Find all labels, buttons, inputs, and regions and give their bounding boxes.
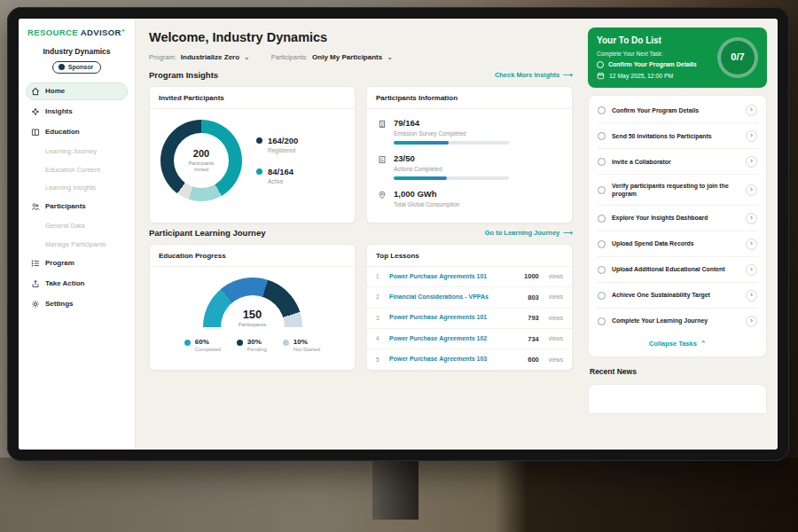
todo-tasks-card: Confirm Your Program Details › Send 50 I… xyxy=(588,95,767,357)
monitor-stand xyxy=(372,458,419,520)
legend-value: 84/164 xyxy=(268,167,293,177)
lesson-rank: 2 xyxy=(376,293,382,301)
task-label: Upload Additional Educational Content xyxy=(612,265,739,273)
gauge-center-label: Participants xyxy=(203,322,302,329)
app-logo: RESOURCE ADVISOR+ xyxy=(26,27,128,38)
check-more-insights-link[interactable]: Check More Insights ⟶ xyxy=(495,71,573,79)
task-row-verify-participants[interactable]: Verify participants requesting to join t… xyxy=(597,175,758,206)
stat-actions-completed: 23/50 Actions Completed xyxy=(378,153,561,180)
lesson-title-link[interactable]: Power Purchase Agreements 103 xyxy=(389,356,520,364)
legend-value: 30% xyxy=(247,338,267,347)
sidebar-item-education-content[interactable]: Education Content xyxy=(26,162,128,177)
task-row-complete-learning-journey[interactable]: Complete Your Learning Journey › xyxy=(597,309,758,333)
task-checkbox[interactable] xyxy=(598,317,606,325)
program-filter-dropdown[interactable]: Program: Industrialize Zero ⌄ xyxy=(149,53,250,62)
next-task-row[interactable]: Confirm Your Program Details xyxy=(597,61,697,69)
go-to-learning-journey-link[interactable]: Go to Learning Journey ⟶ xyxy=(485,229,573,237)
task-row-upload-educational-content[interactable]: Upload Additional Educational Content › xyxy=(597,257,758,283)
lesson-title-link[interactable]: Power Purchase Agreements 102 xyxy=(389,335,520,343)
task-row-achieve-target[interactable]: Achieve One Sustainability Target › xyxy=(597,283,758,309)
link-label: Check More Insights xyxy=(495,71,559,79)
chevron-right-icon[interactable]: › xyxy=(746,239,757,250)
chevron-right-icon[interactable]: › xyxy=(746,105,757,116)
next-task-label: Confirm Your Program Details xyxy=(608,61,697,69)
lesson-row: 5 Power Purchase Agreements 103 600 view… xyxy=(367,349,572,369)
lesson-title-link[interactable]: Power Purchase Agreements 101 xyxy=(389,314,520,322)
lesson-title-link[interactable]: Power Purchase Agreements 101 xyxy=(389,273,517,281)
sidebar: RESOURCE ADVISOR+ Industry Dynamics Spon… xyxy=(19,19,136,450)
sidebar-item-label: Participants xyxy=(45,202,86,211)
task-row-explore-insights[interactable]: Explore Your Insights Dashboard › xyxy=(597,206,758,231)
legend-dot xyxy=(184,340,191,346)
chevron-right-icon[interactable]: › xyxy=(746,184,757,196)
task-checkbox[interactable] xyxy=(598,215,606,223)
task-checkbox[interactable] xyxy=(598,158,606,166)
todo-title: Your To Do List xyxy=(597,35,697,47)
recent-news-title: Recent News xyxy=(588,364,767,377)
task-checkbox[interactable] xyxy=(598,186,606,194)
task-checkbox[interactable] xyxy=(598,240,606,248)
home-icon xyxy=(31,87,40,96)
chevron-right-icon[interactable]: › xyxy=(746,264,757,276)
legend-value: 10% xyxy=(293,338,320,347)
stat-global-consumption: 1,000 GWh Total Global Consumption xyxy=(378,189,561,212)
link-label: Go to Learning Journey xyxy=(485,229,560,237)
chevron-right-icon[interactable]: › xyxy=(746,156,757,168)
lesson-title-link[interactable]: Financial Considerations - VPPAs xyxy=(389,293,520,301)
task-checkbox[interactable] xyxy=(598,106,606,114)
task-label: Confirm Your Program Details xyxy=(612,106,739,114)
task-checkbox[interactable] xyxy=(598,292,606,300)
card-title: Top Lessons xyxy=(367,245,572,267)
page-title: Welcome, Industry Dynamics xyxy=(149,29,573,45)
education-icon xyxy=(31,128,40,137)
sidebar-item-participants[interactable]: Participants xyxy=(26,198,128,215)
donut-center-value: 200 xyxy=(193,148,209,160)
task-row-send-invitations[interactable]: Send 50 Invitations to Participants › xyxy=(597,123,758,149)
legend-item-completed: 60% Completed xyxy=(184,338,221,354)
sidebar-item-program[interactable]: Program xyxy=(26,254,128,272)
sidebar-item-learning-insights[interactable]: Learning Insights xyxy=(26,180,128,195)
legend-item-active: 84/164 Active xyxy=(256,167,298,185)
collapse-tasks-link[interactable]: Collapse Tasks ⌃ xyxy=(597,333,758,355)
stat-emission-survey: 79/164 Emission Survey Completed xyxy=(378,118,561,145)
sidebar-item-take-action[interactable]: Take Action xyxy=(26,275,128,293)
lesson-row: 1 Power Purchase Agreements 101 1000 vie… xyxy=(367,267,572,287)
task-checkbox[interactable] xyxy=(597,61,604,68)
sidebar-item-insights[interactable]: Insights xyxy=(26,103,128,121)
task-row-upload-spend-data[interactable]: Upload Spend Data Records › xyxy=(597,231,758,257)
todo-subtitle: Complete Your Next Task: xyxy=(597,51,697,58)
legend-dot xyxy=(283,340,289,346)
task-checkbox[interactable] xyxy=(598,266,606,274)
invited-participants-donut-chart: 200 Participants Invited xyxy=(160,120,242,201)
learning-cards-row: Education Progress 150 Participants xyxy=(149,244,573,371)
sidebar-item-home[interactable]: Home xyxy=(26,82,128,100)
chevron-right-icon[interactable]: › xyxy=(746,130,757,142)
card-title: Invited Participants xyxy=(150,87,355,109)
sidebar-item-learning-journey[interactable]: Learning Journey xyxy=(26,144,128,159)
org-name: Industry Dynamics xyxy=(26,47,128,57)
sidebar-item-general-data[interactable]: General Data xyxy=(26,218,128,233)
sponsor-badge[interactable]: Sponsor xyxy=(52,61,101,74)
stat-label: Total Global Consumption xyxy=(394,201,459,208)
legend-dot xyxy=(256,137,262,144)
program-filter-label: Program: xyxy=(149,53,176,61)
legend-item-registered: 164/200 Registered xyxy=(256,136,298,154)
participants-filter-dropdown[interactable]: Participants: Only My Participants ⌄ xyxy=(271,53,393,62)
building-icon xyxy=(378,120,387,129)
invited-participants-card: Invited Participants 200 Participants In… xyxy=(149,86,356,223)
sidebar-item-label: Insights xyxy=(45,107,73,116)
task-checkbox[interactable] xyxy=(598,132,606,140)
legend-label: Not Started xyxy=(293,347,320,354)
sidebar-item-education[interactable]: Education xyxy=(26,123,128,141)
donut-center-label: Participants Invited xyxy=(183,160,220,173)
brand-plus: + xyxy=(121,27,126,34)
program-insights-header: Program Insights Check More Insights ⟶ xyxy=(149,70,573,81)
task-row-confirm-program[interactable]: Confirm Your Program Details › xyxy=(597,98,758,123)
chevron-down-icon: ⌄ xyxy=(244,53,250,62)
sidebar-item-settings[interactable]: Settings xyxy=(26,295,128,313)
sidebar-item-manage-participants[interactable]: Manage Participants xyxy=(26,237,128,252)
task-row-invite-collaborator[interactable]: Invite a Collaborator › xyxy=(597,149,758,175)
chevron-right-icon[interactable]: › xyxy=(746,290,757,301)
chevron-right-icon[interactable]: › xyxy=(746,316,757,327)
chevron-right-icon[interactable]: › xyxy=(746,213,757,224)
